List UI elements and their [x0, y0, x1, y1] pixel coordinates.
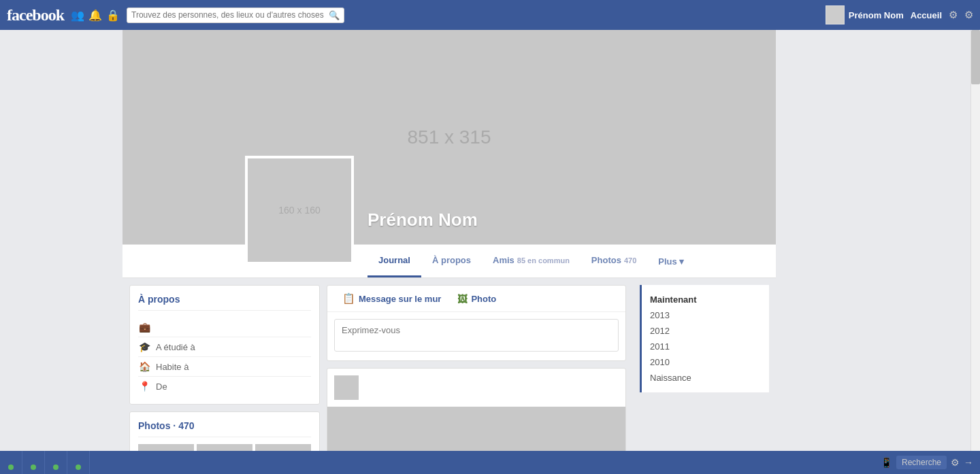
left-spacer [0, 30, 122, 474]
feed-avatar [334, 375, 359, 400]
bottom-item-3[interactable] [45, 451, 67, 474]
photo-tab-label: Photo [471, 294, 496, 304]
gear-icon[interactable]: ⚙ [949, 9, 958, 21]
green-dot-2 [31, 464, 36, 470]
bottom-item-4[interactable] [67, 451, 90, 474]
tab-journal[interactable]: Journal [368, 245, 421, 277]
timeline-2010[interactable]: 2010 [642, 354, 769, 370]
bottom-search[interactable]: Recherche [896, 456, 947, 469]
green-dot-4 [76, 464, 81, 470]
center-content: 851 x 315 160 x 160 Prénom Nom Journal À… [122, 30, 776, 474]
feed-header [327, 369, 625, 407]
profile-name: Prénom Nom [368, 209, 478, 231]
post-box-tabs: 📋 Message sur le mur 🖼 Photo [327, 286, 625, 312]
bottom-item-2[interactable] [22, 451, 45, 474]
wall-tab[interactable]: 📋 Message sur le mur [334, 286, 449, 311]
about-home: 🏠 Habite à [138, 357, 311, 377]
wall-tab-label: Message sur le mur [359, 294, 441, 304]
education-label: A étudié à [156, 342, 195, 352]
right-column: 📋 Message sur le mur 🖼 Photo [327, 285, 626, 474]
profile-picture[interactable]: 160 x 160 [245, 156, 354, 265]
top-navigation: facebook 👥 🔔 🔒 🔍 Prénom Nom Accueil ⚙ ⚙ [0, 0, 980, 30]
accueil-link[interactable]: Accueil [911, 10, 942, 20]
cover-photo: 851 x 315 160 x 160 Prénom Nom [122, 30, 776, 244]
phone-icon[interactable]: 📱 [881, 457, 892, 468]
bottom-gear-icon[interactable]: ⚙ [951, 457, 960, 468]
user-area[interactable]: Prénom Nom [826, 5, 904, 24]
tab-photos[interactable]: Photos 470 [581, 245, 647, 277]
green-dot-3 [53, 464, 59, 470]
about-box: À propos 💼 🎓 A étudié à 🏠 Habite à [129, 285, 320, 405]
post-input[interactable] [334, 319, 619, 352]
profile-pic-dimensions: 160 x 160 [278, 205, 321, 216]
photo-icon: 🖼 [457, 293, 468, 305]
timeline-nav: Maintenant 2013 2012 2011 2010 [640, 285, 769, 392]
education-icon: 🎓 [138, 341, 150, 352]
two-col-layout: À propos 💼 🎓 A étudié à 🏠 Habite à [122, 285, 776, 474]
scrollbar[interactable] [970, 30, 980, 474]
bottom-arrow-icon[interactable]: → [964, 457, 973, 468]
location-icon: 📍 [138, 381, 150, 392]
bottom-bar-items [0, 451, 874, 474]
home-icon: 🏠 [138, 361, 150, 372]
notifications-icon[interactable]: 🔔 [88, 9, 102, 22]
timeline-2013[interactable]: 2013 [642, 307, 769, 323]
timeline-naissance[interactable]: Naissance [642, 370, 769, 386]
work-icon: 💼 [138, 322, 150, 333]
bottom-bar: 📱 Recherche ⚙ → [0, 451, 980, 474]
profile-tabs-bar: Journal À propos Amis 85 en commun Photo… [122, 244, 776, 278]
nav-icon-group: 👥 🔔 🔒 [71, 9, 120, 22]
post-box: 📋 Message sur le mur 🖼 Photo [327, 285, 626, 361]
facebook-logo: facebook [7, 6, 64, 24]
bottom-right: 📱 Recherche ⚙ → [874, 456, 980, 469]
about-work: 💼 [138, 318, 311, 337]
timeline-maintenant[interactable]: Maintenant [642, 292, 769, 307]
tab-apropos[interactable]: À propos [421, 245, 482, 277]
user-avatar-small [826, 5, 845, 24]
chevron-down-icon: ▾ [679, 256, 684, 267]
timeline-2012[interactable]: 2012 [642, 323, 769, 339]
about-title: À propos [138, 294, 311, 311]
tab-plus[interactable]: Plus ▾ [647, 247, 694, 276]
left-column: À propos 💼 🎓 A étudié à 🏠 Habite à [129, 285, 320, 474]
timeline-2011[interactable]: 2011 [642, 339, 769, 354]
page-wrapper: 851 x 315 160 x 160 Prénom Nom Journal À… [0, 30, 980, 474]
tab-amis[interactable]: Amis 85 en commun [482, 245, 581, 277]
search-input[interactable] [131, 10, 329, 20]
lock-icon[interactable]: 🔒 [106, 9, 120, 22]
home-label: Habite à [156, 362, 189, 372]
settings-icon[interactable]: ⚙ [964, 9, 973, 21]
from-label: De [156, 382, 167, 392]
post-input-area [327, 312, 625, 360]
search-bar[interactable]: 🔍 [127, 7, 344, 23]
about-from: 📍 De [138, 377, 311, 396]
bottom-search-label: Recherche [902, 458, 941, 467]
search-icon: 🔍 [329, 10, 340, 20]
scrollbar-thumb[interactable] [971, 30, 980, 84]
green-dot-1 [8, 464, 14, 470]
cover-dimensions: 851 x 315 [408, 126, 491, 148]
wall-icon: 📋 [342, 292, 355, 305]
about-education: 🎓 A étudié à [138, 337, 311, 357]
timeline-sidebar: Maintenant 2013 2012 2011 2010 [633, 285, 769, 474]
bottom-item-1[interactable] [0, 451, 22, 474]
user-name: Prénom Nom [849, 10, 904, 20]
photo-tab[interactable]: 🖼 Photo [449, 286, 504, 311]
friends-icon[interactable]: 👥 [71, 9, 84, 22]
topnav-right: Prénom Nom Accueil ⚙ ⚙ [826, 5, 973, 24]
photos-title: Photos · 470 [138, 420, 311, 437]
